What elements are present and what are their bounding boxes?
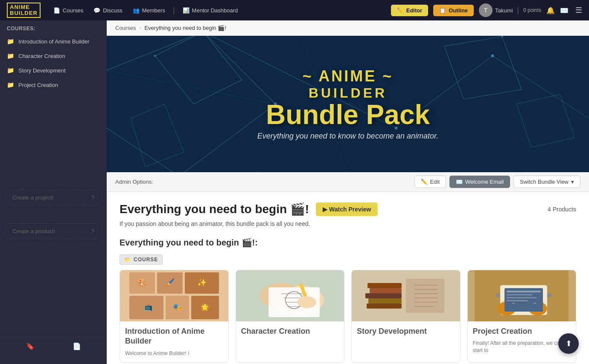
card-image-0: 🎨 🖌️ ✨ 📺 🎭 🌟 [120,270,228,321]
bell-icon[interactable]: 🔔 [546,6,555,14]
bundle-title: Everything you need to begin 🎬! [120,202,309,216]
card-body-0: Introduction of Anime Builder Welcome to… [120,321,228,362]
card-image-2 [352,270,460,321]
card-body-2: Story Development [352,321,460,345]
svg-rect-72 [512,303,515,304]
outline-button[interactable]: 📋 Outline [433,5,474,16]
switch-bundle-button[interactable]: Switch Bundle View ▾ [513,176,580,188]
admin-actions: ✏️ Edit ✉️ Welcome Email Switch Bundle V… [414,176,580,188]
logo[interactable]: ANIME BUILDER [7,3,41,18]
doc-icon[interactable]: 📄 [73,342,81,350]
mentor-icon: 📊 [183,7,190,14]
folder-icon-2: 📁 [7,67,14,74]
svg-text:🎨: 🎨 [137,278,147,287]
bundle-title-row: Everything you need to begin 🎬! ▶ Watch … [120,202,576,216]
main-content: Everything you need to begin 🎬! ▶ Watch … [107,192,589,364]
course-card-1[interactable]: Character Creation [236,270,345,363]
help-icon-product: ? [91,228,94,234]
folder-badge-icon: 📁 [124,257,131,263]
svg-point-46 [297,296,316,308]
outline-icon: 📋 [439,7,446,14]
nav-mentor-dashboard[interactable]: 📊 Mentor Dashboard [178,5,242,16]
nav-courses[interactable]: 📄 Courses [49,5,87,16]
nav-right: ✏️ Editor 📋 Outline T Takumi | 0 points … [391,3,582,17]
svg-rect-49 [370,288,402,293]
svg-rect-73 [534,303,536,304]
svg-rect-51 [368,298,402,303]
sidebar: Courses: 📁 Introduction of Anime Builder… [0,20,107,364]
create-product-action[interactable]: Create a product! ? [5,223,102,239]
card-image-1 [236,270,344,321]
welcome-email-button[interactable]: ✉️ Welcome Email [449,176,510,188]
card-desc-3: Finally! After all the preparation, we c… [473,340,571,354]
content-area: Courses › Everything you need to begin 🎬… [107,20,589,364]
products-count: 4 Products [548,206,576,213]
help-icon-project: ? [91,194,94,201]
mail-icon[interactable]: ✉️ [560,6,569,14]
fab-icon: ⬆ [566,339,572,348]
main-layout: Courses: 📁 Introduction of Anime Builder… [0,20,589,364]
user-divider: | [517,6,519,15]
bundle-section-title: Everything you need to begin 🎬!: [120,237,576,248]
user-points: 0 points [523,7,541,13]
editor-button[interactable]: ✏️ Editor [391,5,429,16]
bookmark-icon[interactable]: 🔖 [26,342,35,350]
admin-bar: Admin Options: ✏️ Edit ✉️ Welcome Email … [107,172,589,192]
logo-text: ANIME BUILDER [7,3,41,18]
sidebar-item-story[interactable]: 📁 Story Development [0,63,107,78]
course-card-0[interactable]: 🎨 🖌️ ✨ 📺 🎭 🌟 Introduction of Anime Build… [120,270,229,363]
folder-icon-0: 📁 [7,38,14,45]
course-type-badge: 📁 COURSE [120,254,163,265]
breadcrumb-courses-link[interactable]: Courses [115,25,136,31]
svg-rect-68 [507,291,541,292]
courses-icon: 📄 [53,7,60,14]
svg-rect-48 [367,283,402,288]
hero-bundle-text: Bundle Pack [257,101,439,128]
admin-options-label: Admin Options: [115,179,153,185]
hamburger-icon[interactable]: ☰ [575,6,582,15]
svg-text:📺: 📺 [144,303,153,311]
svg-rect-52 [367,303,402,309]
svg-point-20 [154,55,156,57]
sidebar-item-project[interactable]: 📁 Project Creation [0,78,107,92]
nav-discuss[interactable]: 💬 Discuss [89,5,127,16]
svg-rect-71 [507,300,528,301]
editor-icon: ✏️ [397,7,404,14]
card-title-0: Introduction of Anime Builder [125,326,223,347]
hero-builder-text: BUILDER [257,85,439,101]
sidebar-item-character[interactable]: 📁 Character Creation [0,49,107,63]
svg-text:🎭: 🎭 [173,303,181,311]
avatar: T [479,3,493,17]
sidebar-item-intro[interactable]: 📁 Introduction of Anime Builder [0,34,107,49]
fab-button[interactable]: ⬆ [558,333,579,354]
folder-icon-1: 📁 [7,52,14,59]
folder-icon-3: 📁 [7,81,14,88]
svg-text:🌟: 🌟 [201,303,209,311]
svg-rect-53 [406,279,444,313]
top-nav: ANIME BUILDER 📄 Courses 💬 Discuss 👥 Memb… [0,0,589,20]
discuss-icon: 💬 [93,7,100,14]
svg-text:✨: ✨ [197,278,207,287]
create-project-action[interactable]: Create a project! ? [5,190,102,205]
bundle-description: If you passion about being an animator, … [120,220,576,227]
edit-button[interactable]: ✏️ Edit [414,176,446,188]
watch-preview-button[interactable]: ▶ Watch Preview [316,202,378,216]
card-title-2: Story Development [357,326,455,336]
breadcrumb-current: Everything you need to begin 🎬! [144,25,226,31]
breadcrumb: Courses › Everything you need to begin 🎬… [107,20,589,36]
svg-text:🖌️: 🖌️ [165,278,175,287]
members-icon: 👥 [133,7,140,14]
svg-rect-50 [365,293,402,298]
nav-items: 📄 Courses 💬 Discuss 👥 Members | 📊 Mentor… [49,5,388,16]
user-name: Takumi [495,7,513,14]
card-title-3: Project Creation [473,326,571,336]
chevron-down-icon: ▾ [571,179,574,185]
hero-anime-text: ~ ANIME ~ [257,67,439,85]
hero-banner: ~ ANIME ~ BUILDER Bundle Pack Everything… [107,36,589,172]
svg-rect-70 [507,297,537,298]
course-card-2[interactable]: Story Development [351,270,461,363]
nav-members[interactable]: 👥 Members [128,5,169,16]
user-info: T Takumi | 0 points [479,3,541,17]
card-image-3 [468,270,576,321]
card-title-1: Character Creation [241,326,339,336]
